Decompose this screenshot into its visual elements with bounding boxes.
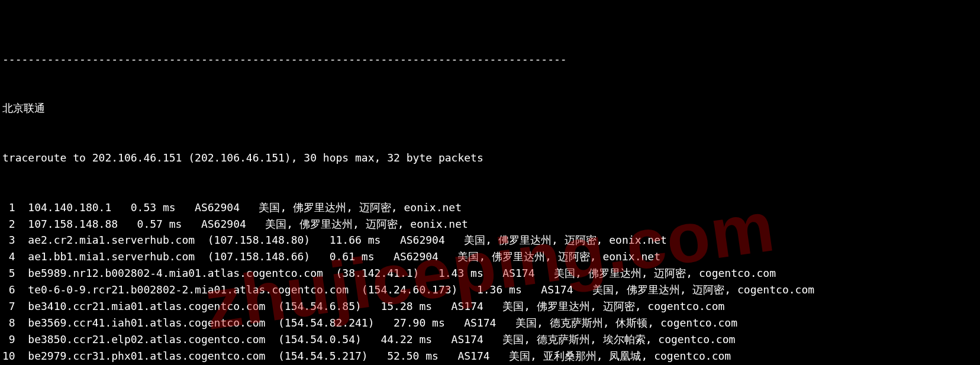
hop-line: 8 be3569.ccr41.iah01.atlas.cogentco.com … xyxy=(2,315,978,331)
hop-line: 9 be3850.ccr21.elp02.atlas.cogentco.com … xyxy=(2,331,978,348)
hops-list: 1 104.140.180.1 0.53 ms AS62904 美国, 佛罗里达… xyxy=(2,199,978,365)
trace-header: traceroute to 202.106.46.151 (202.106.46… xyxy=(2,150,978,166)
trace-title: 北京联通 xyxy=(2,100,978,117)
hop-line: 7 be3410.ccr21.mia01.atlas.cogentco.com … xyxy=(2,298,978,315)
hop-line: 10 be2979.ccr31.phx01.atlas.cogentco.com… xyxy=(2,348,978,364)
hop-line: 4 ae1.bb1.mia1.serverhub.com (107.158.14… xyxy=(2,248,978,265)
hop-line: 6 te0-6-0-9.rcr21.b002802-2.mia01.atlas.… xyxy=(2,282,978,298)
hop-line: 2 107.158.148.88 0.57 ms AS62904 美国, 佛罗里… xyxy=(2,216,978,232)
separator-line: ----------------------------------------… xyxy=(2,51,978,67)
terminal-output: zhujiceping.com ------------------------… xyxy=(0,0,980,365)
hop-line: 5 be5989.nr12.b002802-4.mia01.atlas.coge… xyxy=(2,265,978,282)
hop-line: 3 ae2.cr2.mia1.serverhub.com (107.158.14… xyxy=(2,232,978,248)
hop-line: 1 104.140.180.1 0.53 ms AS62904 美国, 佛罗里达… xyxy=(2,199,978,216)
